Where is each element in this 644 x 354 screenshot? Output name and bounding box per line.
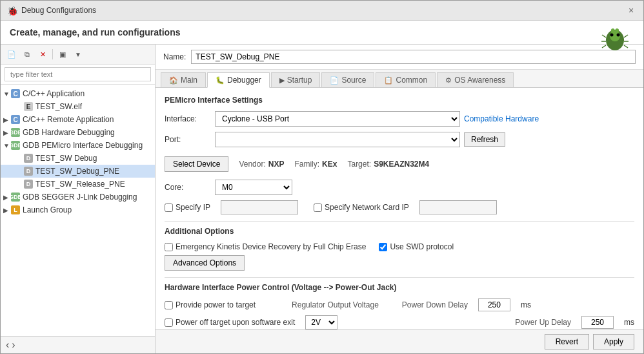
specify-row: Specify IP Specify Network Card IP bbox=[165, 200, 634, 214]
name-bar: Name: bbox=[156, 45, 643, 70]
sidebar-item-launch-group[interactable]: ▶ L Launch Group bbox=[1, 203, 155, 216]
test-sw-elf-label: TEST_SW.elf bbox=[35, 102, 82, 111]
vendor-value: NXP bbox=[268, 160, 285, 169]
expand-button[interactable]: ▼ bbox=[71, 47, 85, 61]
sidebar-item-test-sw-release-pne[interactable]: D TEST_SW_Release_PNE bbox=[1, 178, 155, 191]
specify-network-input[interactable] bbox=[419, 200, 497, 214]
tab-main[interactable]: 🏠 Main bbox=[161, 72, 206, 87]
new-config-button[interactable]: 📄 bbox=[5, 47, 19, 61]
specify-ip-checkbox-label: Specify IP bbox=[165, 203, 210, 212]
compatible-hardware-link[interactable]: Compatible Hardware bbox=[464, 114, 539, 123]
debug-pne-icon: D bbox=[24, 167, 33, 176]
main-tab-label: Main bbox=[181, 76, 197, 85]
debugger-tab-icon: 🐛 bbox=[216, 76, 225, 85]
family-label: Family: bbox=[294, 160, 319, 169]
specify-ip-input[interactable] bbox=[221, 200, 298, 214]
refresh-button[interactable]: Refresh bbox=[464, 132, 505, 147]
power-down-input[interactable] bbox=[478, 298, 510, 311]
tab-os-awareness[interactable]: ⚙ OS Awareness bbox=[437, 72, 514, 87]
cpp-remote-icon: C bbox=[11, 115, 20, 124]
sidebar-bottom: ‹ › bbox=[1, 336, 155, 353]
core-select[interactable]: M0 bbox=[215, 180, 292, 195]
sidebar-item-test-sw-debug-pne[interactable]: D TEST_SW_Debug_PNE bbox=[1, 165, 155, 178]
sidebar-item-gdb-segger[interactable]: ▶ GDB GDB SEGGER J-Link Debugging bbox=[1, 191, 155, 203]
provide-power-label: Provide power to target bbox=[165, 300, 256, 309]
duplicate-button[interactable]: ⧉ bbox=[20, 47, 34, 61]
gdb-segger-label: GDB SEGGER J-Link Debugging bbox=[23, 193, 137, 202]
sidebar-toolbar: 📄 ⧉ ✕ ▣ ▼ bbox=[1, 45, 155, 65]
interface-select[interactable]: Cyclone - USB Port bbox=[215, 111, 460, 127]
common-tab-label: Common bbox=[396, 76, 427, 85]
cpp-application-label: C/C++ Application bbox=[23, 89, 85, 98]
tab-debugger[interactable]: 🐛 Debugger bbox=[207, 72, 270, 88]
tab-startup[interactable]: ▶ Startup bbox=[271, 72, 321, 87]
advanced-options-button[interactable]: Advanced Options bbox=[165, 255, 245, 271]
select-device-area: Select Device Vendor: NXP Family: KEx Ta… bbox=[165, 152, 634, 176]
window-icon: 🐞 bbox=[7, 6, 16, 15]
sidebar-item-cpp-application[interactable]: ▼ C C/C++ Application bbox=[1, 87, 155, 100]
use-swd-checkbox[interactable] bbox=[379, 243, 387, 251]
nav-right-button[interactable]: › bbox=[12, 339, 15, 351]
sidebar-item-test-sw-debug[interactable]: D TEST_SW Debug bbox=[1, 152, 155, 165]
power-off-checkbox[interactable] bbox=[165, 318, 173, 327]
vendor-info: Vendor: NXP bbox=[239, 160, 284, 169]
power-up-input[interactable] bbox=[581, 316, 614, 329]
name-input[interactable] bbox=[191, 50, 636, 64]
use-swd-label: Use SWD protocol bbox=[390, 242, 454, 251]
test-sw-debug-pne-label: TEST_SW_Debug_PNE bbox=[35, 167, 119, 176]
tab-source[interactable]: 📄 Source bbox=[321, 72, 374, 87]
gdb-hw-label: GDB Hardware Debugging bbox=[23, 128, 115, 137]
tab-common[interactable]: 📋 Common bbox=[376, 72, 436, 87]
title-bar-left: 🐞 Debug Configurations bbox=[7, 6, 96, 15]
sidebar-item-cpp-remote[interactable]: ▶ C C/C++ Remote Application bbox=[1, 113, 155, 126]
port-row: Port: Refresh bbox=[165, 132, 634, 147]
power-row-1: Provide power to target Regulator Output… bbox=[165, 298, 634, 311]
revert-button[interactable]: Revert bbox=[545, 334, 589, 349]
title-bar: 🐞 Debug Configurations × bbox=[1, 1, 643, 21]
use-swd-checkbox-label: Use SWD protocol bbox=[379, 242, 454, 251]
name-label: Name: bbox=[163, 52, 186, 61]
bottom-bar: Revert Apply bbox=[156, 329, 643, 353]
provide-power-checkbox[interactable] bbox=[165, 301, 173, 309]
specify-network-checkbox[interactable] bbox=[314, 203, 322, 212]
launch-icon: L bbox=[11, 205, 20, 214]
port-label: Port: bbox=[165, 135, 210, 144]
select-device-button[interactable]: Select Device bbox=[165, 156, 228, 172]
divider-2 bbox=[165, 277, 634, 278]
filter-input[interactable] bbox=[5, 67, 151, 81]
cpp-remote-label: C/C++ Remote Application bbox=[23, 115, 114, 124]
emergency-checkbox[interactable] bbox=[165, 243, 173, 251]
delete-button[interactable]: ✕ bbox=[35, 47, 50, 61]
header-subtitle: Create, manage, and run configurations bbox=[10, 27, 181, 37]
port-select[interactable] bbox=[215, 132, 460, 147]
power-voltage-select[interactable]: 2V bbox=[305, 315, 337, 329]
close-button[interactable]: × bbox=[625, 5, 637, 16]
nav-left-button[interactable]: ‹ bbox=[6, 339, 9, 351]
provide-power-text: Provide power to target bbox=[176, 300, 256, 309]
svg-line-4 bbox=[602, 35, 606, 37]
port-select-wrapper: Refresh bbox=[215, 132, 634, 147]
right-panel: Name: 🏠 Main 🐛 Debugger ▶ Startup bbox=[156, 45, 643, 353]
startup-tab-icon: ▶ bbox=[279, 76, 285, 85]
expand-arrow-remote: ▶ bbox=[3, 116, 11, 123]
device-info: Vendor: NXP Family: KEx Target: S9KEAZN3… bbox=[239, 160, 429, 169]
svg-line-6 bbox=[602, 45, 606, 48]
sidebar-item-gdb-pemicro[interactable]: ▼ GDB GDB PEMicro Interface Debugging bbox=[1, 139, 155, 152]
collapse-button[interactable]: ▣ bbox=[55, 47, 70, 61]
additional-options-section: Additional Options Emergency Kinetis Dev… bbox=[165, 227, 634, 271]
power-off-label: Power off target upon software exit bbox=[165, 318, 295, 327]
gdb-pemicro-icon: GDB bbox=[11, 141, 20, 150]
power-up-delay-label: Power Up Delay bbox=[515, 318, 571, 327]
sidebar-item-gdb-hardware[interactable]: ▶ GDB GDB Hardware Debugging bbox=[1, 126, 155, 139]
os-tab-icon: ⚙ bbox=[445, 76, 452, 85]
release-pne-icon: D bbox=[24, 180, 33, 189]
apply-button[interactable]: Apply bbox=[593, 334, 634, 349]
sidebar-item-test-sw-elf[interactable]: E TEST_SW.elf bbox=[1, 100, 155, 113]
specify-ip-checkbox[interactable] bbox=[165, 203, 173, 212]
sidebar-tree: ▼ C C/C++ Application E TEST_SW.elf ▶ bbox=[1, 85, 155, 336]
family-info: Family: KEx bbox=[294, 160, 337, 169]
filter-container bbox=[1, 65, 155, 85]
target-value: S9KEAZN32M4 bbox=[374, 160, 429, 169]
main-tab-icon: 🏠 bbox=[169, 76, 178, 85]
regulator-label: Regulator Output Voltage bbox=[292, 300, 379, 309]
